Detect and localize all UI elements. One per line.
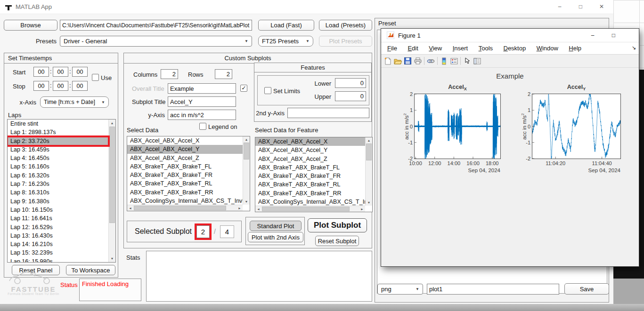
- scroll-down-icon[interactable]: ▼: [243, 200, 250, 203]
- list-item[interactable]: ABX_Accel_ABX_Accel_X: [255, 137, 365, 146]
- list-item[interactable]: ABX_BrakeT_ABX_BrakeT_FL: [127, 162, 243, 171]
- set-limits-checkbox[interactable]: [264, 87, 271, 94]
- format-dropdown[interactable]: png ▼: [377, 284, 423, 295]
- list-item[interactable]: ABX_BrakeT_ABX_BrakeT_RL: [255, 180, 365, 189]
- start-second-input[interactable]: [72, 67, 88, 77]
- ft25-presets-dropdown[interactable]: FT25 Presets ▼: [258, 36, 313, 47]
- feature-vscrollbar[interactable]: ▲ ▼: [365, 137, 372, 206]
- list-item[interactable]: Entire stint: [8, 120, 108, 128]
- standard-plot-button[interactable]: Standard Plot: [250, 221, 302, 231]
- scroll-down-icon[interactable]: ▼: [109, 257, 115, 260]
- laps-list[interactable]: ▲ ▼ Entire stintLap 1: 2898.137sLap 2: 3…: [7, 119, 116, 263]
- scroll-left-icon[interactable]: ◄: [255, 206, 261, 212]
- overall-title-input[interactable]: [168, 83, 236, 94]
- plot-subplot-button[interactable]: Plot Subplot: [308, 218, 367, 232]
- figure-titlebar[interactable]: Figure 1 – □ ✕: [381, 29, 639, 42]
- list-item[interactable]: Lap 2: 33.720s: [8, 137, 108, 145]
- app-minimize-button[interactable]: –: [550, 0, 569, 13]
- file-path-input[interactable]: [60, 20, 252, 31]
- list-item[interactable]: Lap 1: 2898.137s: [8, 128, 108, 136]
- reset-subplot-button[interactable]: Reset Subplot: [315, 236, 359, 246]
- filename-input[interactable]: [427, 284, 559, 295]
- list-item[interactable]: Lap 7: 16.230s: [8, 180, 108, 188]
- presets-dropdown[interactable]: Driver - General ▼: [60, 36, 252, 47]
- list-item[interactable]: Lap 15: 32.239s: [8, 248, 108, 257]
- save-figure-icon[interactable]: [403, 56, 413, 66]
- menu-view[interactable]: View: [424, 42, 446, 54]
- list-item[interactable]: Lap 10: 16.150s: [8, 206, 108, 214]
- list-item[interactable]: ABX_BrakeT_ABX_BrakeT_RR: [255, 189, 365, 198]
- list-item[interactable]: ABX_Accel_ABX_Accel_Y: [127, 145, 243, 153]
- laps-scrollbar[interactable]: ▲ ▼: [108, 120, 115, 262]
- scroll-right-icon[interactable]: ►: [236, 205, 243, 211]
- xaxis-dropdown[interactable]: Time [h:m:s + Date] ▼: [40, 96, 109, 108]
- legend-checkbox[interactable]: [199, 123, 206, 130]
- menu-edit[interactable]: Edit: [403, 42, 422, 54]
- list-item[interactable]: ABX_BrakeT_ABX_BrakeT_RR: [127, 188, 243, 197]
- browse-button[interactable]: Browse: [4, 20, 57, 31]
- scrollbar-thumb[interactable]: [244, 143, 249, 159]
- menu-file[interactable]: File: [383, 42, 401, 54]
- scroll-up-icon[interactable]: ▲: [109, 121, 115, 125]
- select-data-list[interactable]: ▲ ▼ ◄ ► ABX_Accel_ABX_Accel_XABX_Accel_A…: [127, 136, 250, 211]
- list-item[interactable]: ABX_CoolingSys_Internal_ABX_CS_T_InvL: [255, 198, 365, 206]
- plot-presets-button[interactable]: Plot Presets: [319, 36, 372, 47]
- scroll-up-icon[interactable]: ▲: [243, 138, 250, 141]
- list-item[interactable]: Lap 6: 16.320s: [8, 171, 108, 180]
- list-item[interactable]: ABX_BrakeT_ABX_BrakeT_FR: [127, 171, 243, 179]
- feature-hscrollbar[interactable]: ◄ ►: [255, 206, 365, 212]
- menu-insert[interactable]: Insert: [448, 42, 473, 54]
- subplot-title-input[interactable]: [168, 96, 236, 107]
- list-item[interactable]: Lap 3: 16.459s: [8, 145, 108, 154]
- new-figure-icon[interactable]: [383, 56, 393, 66]
- app-close-button[interactable]: ✕: [592, 0, 611, 13]
- scrollbar-thumb[interactable]: [366, 144, 372, 160]
- list-item[interactable]: ABX_Accel_ABX_Accel_Z: [127, 154, 243, 162]
- scroll-left-icon[interactable]: ◄: [127, 205, 133, 211]
- start-minute-input[interactable]: [53, 67, 68, 77]
- list-item[interactable]: Lap 9: 16.380s: [8, 197, 108, 206]
- save-button[interactable]: Save: [564, 283, 609, 295]
- scroll-right-icon[interactable]: ►: [359, 206, 365, 212]
- list-item[interactable]: Lap 8: 16.310s: [8, 188, 108, 197]
- menu-window[interactable]: Window: [532, 42, 562, 54]
- link-plot-icon[interactable]: [426, 56, 436, 66]
- dock-arrow-icon[interactable]: ↘: [632, 45, 636, 51]
- menu-desktop[interactable]: Desktop: [499, 42, 530, 54]
- scrollbar-thumb[interactable]: [134, 206, 226, 210]
- list-item[interactable]: Lap 12: 16.529s: [8, 223, 108, 231]
- load-presets-button[interactable]: Load (Presets): [319, 20, 372, 31]
- list-item[interactable]: ABX_CoolingSys_Internal_ABX_CS_T_InvL: [127, 197, 243, 205]
- selected-subplot-input[interactable]: [196, 225, 210, 238]
- property-inspector-icon[interactable]: [472, 56, 482, 66]
- scroll-up-icon[interactable]: ▲: [366, 139, 372, 142]
- yaxis-input[interactable]: [168, 110, 236, 120]
- list-item[interactable]: ABX_Accel_ABX_Accel_Y: [255, 146, 365, 154]
- start-hour-input[interactable]: [33, 67, 49, 77]
- axes-accel-x[interactable]: AccelX acc in m/s2 Sep 04, 2024 10:0012:…: [414, 94, 501, 159]
- scrollbar-thumb[interactable]: [262, 207, 350, 211]
- edit-plot-icon[interactable]: [462, 56, 472, 66]
- upper-input[interactable]: [335, 91, 366, 101]
- select-data-vscrollbar[interactable]: ▲ ▼: [243, 136, 250, 205]
- list-item[interactable]: ABX_Accel_ABX_Accel_X: [127, 136, 243, 145]
- list-item[interactable]: Lap 13: 16.430s: [8, 231, 108, 240]
- use-checkbox[interactable]: [92, 74, 99, 81]
- list-item[interactable]: ABX_BrakeT_ABX_BrakeT_RL: [127, 179, 243, 188]
- stop-hour-input[interactable]: [33, 81, 49, 91]
- figure-minimize-button[interactable]: –: [583, 29, 602, 42]
- select-data-feature-list[interactable]: ▲ ▼ ◄ ► ABX_Accel_ABX_Accel_XABX_Accel_A…: [255, 137, 373, 212]
- print-figure-icon[interactable]: [413, 56, 423, 66]
- scroll-down-icon[interactable]: ▼: [366, 201, 372, 204]
- list-item[interactable]: Lap 16: 15.980s: [8, 257, 108, 263]
- scrollbar-thumb[interactable]: [109, 127, 115, 223]
- list-item[interactable]: Lap 4: 16.450s: [8, 154, 108, 162]
- list-item[interactable]: ABX_BrakeT_ABX_BrakeT_FL: [255, 163, 365, 172]
- list-item[interactable]: Lap 5: 16.160s: [8, 162, 108, 171]
- list-item[interactable]: ABX_Accel_ABX_Accel_Z: [255, 155, 365, 163]
- app-maximize-button[interactable]: □: [571, 0, 590, 13]
- open-file-icon[interactable]: [393, 56, 403, 66]
- insert-legend-icon[interactable]: [449, 56, 459, 66]
- axes-accel-y[interactable]: AccelY acc in m/s2 Sep 04, 2024 11:04:20…: [532, 94, 621, 159]
- load-fast-button[interactable]: Load (Fast): [258, 20, 314, 31]
